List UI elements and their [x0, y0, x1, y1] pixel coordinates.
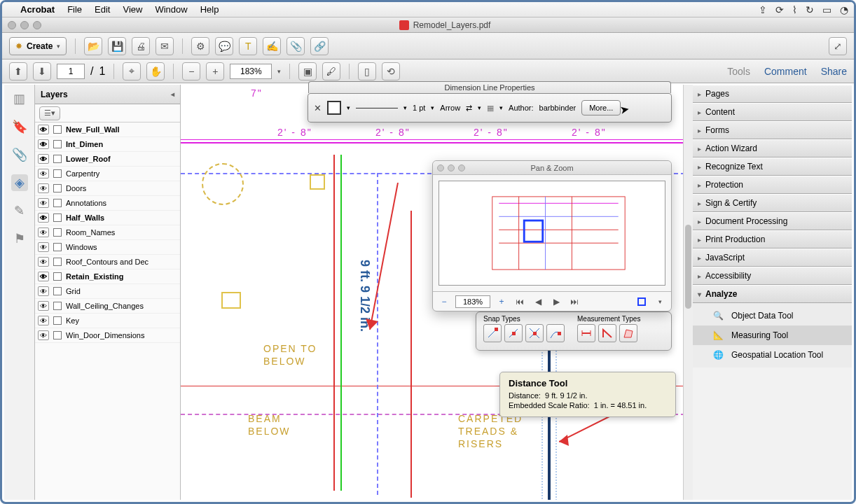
layer-row[interactable]: 👁Win_Door_Dimensions: [35, 328, 180, 343]
menu-help[interactable]: Help: [200, 4, 219, 15]
singlepage-icon[interactable]: ▯: [358, 62, 376, 80]
stroke-weight[interactable]: 1 pt: [413, 104, 425, 112]
layer-row[interactable]: 👁Half_Walls: [35, 211, 180, 225]
visibility-icon[interactable]: 👁: [38, 139, 49, 149]
mail-icon[interactable]: ✉: [156, 37, 174, 55]
visibility-icon[interactable]: 👁: [38, 154, 49, 164]
tab-tools[interactable]: Tools: [727, 66, 750, 77]
zoom-in-icon[interactable]: +: [206, 62, 224, 80]
fullscreen-icon[interactable]: ⤢: [829, 37, 847, 55]
line-style-preview[interactable]: [356, 108, 398, 108]
color-swatch[interactable]: [327, 101, 341, 115]
signatures-icon[interactable]: ✎: [11, 202, 28, 219]
measure-perimeter-icon[interactable]: [598, 324, 616, 342]
menu-edit[interactable]: Edit: [95, 4, 110, 15]
tool-section[interactable]: ▸Recognize Text: [692, 158, 852, 176]
sync-icon[interactable]: ⟳: [775, 4, 784, 15]
tool-section[interactable]: ▾Analyze: [692, 285, 852, 303]
tool-section[interactable]: ▸Print Production: [692, 230, 852, 248]
snap-endpoint-icon[interactable]: [483, 324, 502, 342]
tool-section[interactable]: ▸Sign & Certify: [692, 194, 852, 212]
print-icon[interactable]: 🖨: [132, 37, 150, 55]
tab-share[interactable]: Share: [821, 66, 847, 77]
dropbox-icon[interactable]: ⇪: [759, 4, 767, 15]
wifi-icon[interactable]: ⌇: [792, 4, 797, 15]
hand-icon[interactable]: ✋: [146, 62, 165, 80]
thumbnails-icon[interactable]: ▥: [11, 90, 28, 107]
window-traffic-lights[interactable]: [8, 21, 41, 29]
menu-window[interactable]: Window: [155, 4, 187, 15]
zoom-out-icon[interactable]: −: [182, 62, 200, 80]
layer-row[interactable]: 👁Retain_Existing: [35, 270, 180, 284]
attachments-icon[interactable]: 📎: [11, 146, 28, 163]
layer-row[interactable]: 👁Room_Names: [35, 225, 180, 240]
refresh-icon[interactable]: ↻: [806, 4, 814, 15]
tab-comment[interactable]: Comment: [764, 66, 807, 77]
close-icon[interactable]: ✕: [314, 103, 322, 113]
panzoom-titlebar[interactable]: Pan & Zoom: [433, 161, 671, 175]
next-icon[interactable]: ▶: [549, 295, 563, 309]
zoom-in-icon[interactable]: +: [495, 295, 509, 309]
layer-row[interactable]: 👁Roof_Contours and Dec: [35, 255, 180, 270]
pan-zoom-window[interactable]: Pan & Zoom − + ⏮ ◀ ▶ ⏭ ▾: [432, 160, 672, 312]
page-down-icon[interactable]: ⬇: [33, 62, 51, 80]
display-icon[interactable]: ▭: [822, 4, 831, 15]
visibility-icon[interactable]: 👁: [38, 213, 49, 223]
tool-section[interactable]: ▸Content: [692, 103, 852, 121]
rotate-icon[interactable]: ⟲: [382, 62, 400, 80]
measure-area-icon[interactable]: [619, 324, 637, 342]
panel-collapse-icon[interactable]: ◂: [171, 90, 174, 98]
layers-icon[interactable]: ◈: [11, 174, 28, 191]
menu-view[interactable]: View: [123, 4, 142, 15]
visibility-icon[interactable]: 👁: [38, 242, 49, 252]
panzoom-traffic[interactable]: [437, 164, 465, 172]
save-icon[interactable]: 💾: [108, 37, 126, 55]
opacity-icon[interactable]: ▦: [487, 104, 494, 113]
texthighlight-icon[interactable]: T: [239, 37, 257, 55]
open-icon[interactable]: 📂: [84, 37, 102, 55]
select-icon[interactable]: ⌖: [123, 62, 141, 80]
caret-down-icon[interactable]: ▾: [431, 104, 434, 111]
visibility-icon[interactable]: 👁: [38, 227, 49, 237]
layer-row[interactable]: 👁Annotations: [35, 196, 180, 211]
layer-row[interactable]: 👁Int_Dimen: [35, 137, 180, 152]
ink-icon[interactable]: 🖋: [322, 62, 340, 80]
menubar-app[interactable]: Acrobat: [20, 4, 55, 15]
tool-section[interactable]: ▸JavaScript: [692, 248, 852, 267]
visibility-icon[interactable]: 👁: [38, 301, 49, 311]
tool-section[interactable]: ▸Protection: [692, 176, 852, 194]
arrow-style-icon[interactable]: ⇄: [466, 104, 472, 113]
visibility-icon[interactable]: 👁: [38, 125, 49, 134]
snap-measurement-panel[interactable]: Snap Types Measurement Types: [476, 312, 672, 351]
visibility-icon[interactable]: 👁: [38, 198, 49, 208]
layer-row[interactable]: 👁Doors: [35, 181, 180, 196]
first-icon[interactable]: ⏮: [513, 295, 527, 309]
zoom-input[interactable]: [230, 64, 272, 79]
snap-intersect-icon[interactable]: [525, 324, 544, 342]
layer-row[interactable]: 👁Windows: [35, 240, 180, 255]
more-button[interactable]: More...: [581, 100, 621, 115]
visibility-icon[interactable]: 👁: [38, 169, 49, 178]
create-button[interactable]: ✸ Create ▾: [9, 37, 67, 55]
visibility-icon[interactable]: 👁: [38, 183, 49, 193]
layers-options-icon[interactable]: ☰▾: [39, 106, 60, 120]
clock-icon[interactable]: ◔: [840, 4, 848, 15]
link-icon[interactable]: 🔗: [310, 37, 329, 55]
caret-down-icon[interactable]: ▾: [347, 104, 350, 111]
scrollbar-thumb[interactable]: [685, 225, 691, 309]
page-up-icon[interactable]: ⬆: [9, 62, 27, 80]
bookmarks-icon[interactable]: 🔖: [11, 118, 28, 135]
pageflag-icon[interactable]: ⚑: [11, 230, 28, 247]
layer-row[interactable]: 👁New_Full_Wall: [35, 122, 180, 137]
prev-icon[interactable]: ◀: [531, 295, 545, 309]
fitpage-icon[interactable]: ▣: [298, 62, 317, 80]
visibility-icon[interactable]: 👁: [38, 257, 49, 267]
menu-file[interactable]: File: [67, 4, 82, 15]
page-number-input[interactable]: [57, 64, 85, 79]
caret-down-icon[interactable]: ▾: [277, 68, 281, 75]
snap-midpoint-icon[interactable]: [504, 324, 523, 342]
layer-row[interactable]: 👁Grid: [35, 284, 180, 299]
attach-icon[interactable]: 📎: [287, 37, 305, 55]
snap-path-icon[interactable]: [546, 324, 565, 342]
tool-section[interactable]: ▸Accessibility: [692, 267, 852, 285]
